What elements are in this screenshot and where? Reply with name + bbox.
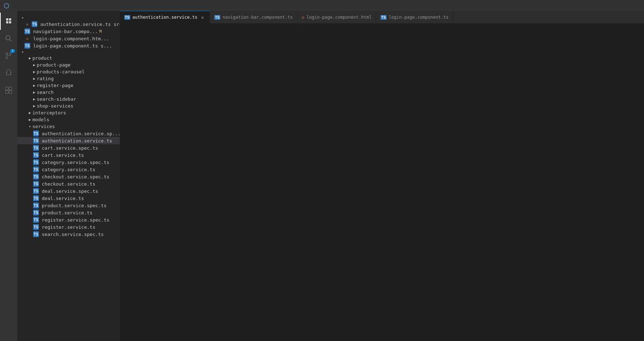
tab-navbar-label: navigation-bar.component.ts [222,15,293,20]
open-editor-navbar[interactable]: TS navigation-bar.compo... M [17,28,120,35]
ts-icon-reg: TS [33,224,39,230]
file-product-service[interactable]: TS product.service.ts [17,209,120,216]
folder-search-sidebar-label: search-sidebar [37,96,76,102]
source-control-icon[interactable]: 7 [0,47,17,64]
menu-help[interactable] [67,5,73,6]
debug-activity-icon[interactable] [0,64,17,82]
explorer-icon[interactable] [0,13,17,30]
file-deal-spec[interactable]: TS deal.service.spec.ts [17,187,120,195]
menu-debug[interactable] [54,5,60,6]
ts-icon-auth-spec: TS [33,131,39,136]
folder-product[interactable]: ▶ product [17,55,120,62]
folder-rating-chevron: ▶ [33,77,35,81]
tab-login-html[interactable]: ◇ login-page.component.html [297,11,376,23]
open-editor-auth-service-label: authentication.service.ts src... [40,22,120,27]
frontend-chevron: ▾ [22,50,24,54]
open-editor-login-html-label: login-page.component.htm... [33,36,109,41]
tab-login-ts[interactable]: TS login-page.component.ts [376,11,453,23]
folder-models-label: models [32,117,49,122]
tab-navbar[interactable]: TS navigation-bar.component.ts [210,11,297,23]
menu-file[interactable] [22,5,27,6]
folder-services[interactable]: ▾ services [17,123,120,130]
open-editor-auth-service[interactable]: ✕ TS authentication.service.ts src... [17,21,120,28]
folder-register-page-chevron: ▶ [33,83,35,87]
file-cart-spec[interactable]: TS cart.service.spec.ts [17,144,120,151]
folder-register-page-label: register-page [37,83,73,88]
file-register-service[interactable]: TS register.service.ts [17,223,120,231]
menu-edit[interactable] [28,5,34,6]
file-cart-service[interactable]: TS cart.service.ts [17,151,120,159]
tab-ts-icon-navbar: TS [214,15,220,20]
menu-bar[interactable] [22,5,73,6]
file-auth-service-spec[interactable]: TS authentication.service.sp... [17,130,120,137]
tab-auth-service[interactable]: TS authentication.service.ts ✕ [120,11,210,23]
menu-view[interactable] [41,5,47,6]
code-content[interactable] [140,23,644,341]
folder-register-page[interactable]: ▶ register-page [17,82,120,89]
vscode-logo: ⬡ [4,2,9,9]
folder-products-carousel[interactable]: ▶ products-carousel [17,68,120,75]
open-editor-login-ts[interactable]: TS login-page.component.ts s... [17,42,120,49]
file-register-spec[interactable]: TS register.service.spec.ts [17,216,120,223]
tab-auth-close-icon[interactable]: ✕ [199,14,205,20]
sidebar: ▾ ✕ TS authentication.service.ts src... … [17,11,120,341]
folder-shop-services[interactable]: ▶ shop-services [17,103,120,109]
open-editor-login-html[interactable]: ◇ login-page.component.htm... [17,35,120,42]
file-checkout-service[interactable]: TS checkout.service.ts [17,180,120,187]
folder-rating-label: rating [37,76,54,81]
file-search-spec-label: search.service.spec.ts [42,232,104,237]
folder-interceptors-label: interceptors [32,110,66,115]
ts-file-icon: TS [32,21,37,27]
folder-products-carousel-label: products-carousel [37,69,85,74]
menu-go[interactable] [48,5,53,6]
search-activity-icon[interactable] [0,30,17,47]
open-editor-login-ts-label: login-page.component.ts s... [33,43,112,49]
folder-models-chevron: ▶ [29,118,31,122]
folder-search-sidebar-chevron: ▶ [33,97,35,101]
file-checkout-service-label: checkout.service.ts [42,181,95,187]
close-editor-icon[interactable]: ✕ [24,21,30,27]
ts-icon-prod-spec: TS [33,203,39,208]
folder-products-carousel-chevron: ▶ [33,70,35,74]
folder-interceptors[interactable]: ▶ interceptors [17,109,120,116]
ts-icon-cart-spec: TS [33,145,39,151]
file-deal-service[interactable]: TS deal.service.ts [17,195,120,202]
svg-point-3 [10,53,12,55]
file-auth-service[interactable]: TS authentication.service.ts [17,137,120,144]
open-editors-header[interactable]: ▾ [17,15,120,21]
file-deal-spec-label: deal.service.spec.ts [42,188,98,194]
svg-rect-7 [5,91,8,94]
ts-icon-reg-spec: TS [33,217,39,223]
extensions-activity-icon[interactable] [0,82,17,99]
folder-product-page-label: product-page [37,62,71,68]
folder-product-page[interactable]: ▶ product-page [17,62,120,68]
folder-search-sidebar[interactable]: ▶ search-sidebar [17,96,120,103]
folder-product-label: product [32,55,52,61]
code-editor[interactable] [120,23,644,341]
folder-product-chevron: ▶ [29,56,31,60]
file-product-service-label: product.service.ts [42,210,93,215]
ts-icon-auth: TS [33,138,39,144]
file-category-service[interactable]: TS category.service.ts [17,166,120,173]
menu-selection[interactable] [35,5,40,6]
folder-search[interactable]: ▶ search [17,89,120,96]
tab-html-icon: ◇ [302,15,304,20]
file-auth-service-spec-label: authentication.service.sp... [42,131,120,136]
menu-terminal[interactable] [60,5,66,6]
folder-services-chevron: ▾ [29,124,31,128]
file-category-spec[interactable]: TS category.service.spec.ts [17,159,120,166]
folder-models[interactable]: ▶ models [17,116,120,123]
file-register-service-label: register.service.ts [42,224,95,230]
folder-rating[interactable]: ▶ rating [17,75,120,82]
tab-ts-icon-auth: TS [124,15,130,20]
file-search-spec[interactable]: TS search.service.spec.ts [17,231,120,238]
html-file-icon: ◇ [24,36,30,41]
file-category-service-label: category.service.ts [42,167,95,172]
modified-indicator: M [99,29,102,34]
frontend-folder-header[interactable]: ▾ [17,49,120,55]
source-control-badge: 7 [10,49,15,53]
file-product-spec[interactable]: TS product.service.spec.ts [17,202,120,209]
tab-login-ts-label: login-page.component.ts [389,15,449,20]
tab-login-html-label: login-page.component.html [307,15,372,20]
file-checkout-spec[interactable]: TS checkout.service.spec.ts [17,173,120,180]
